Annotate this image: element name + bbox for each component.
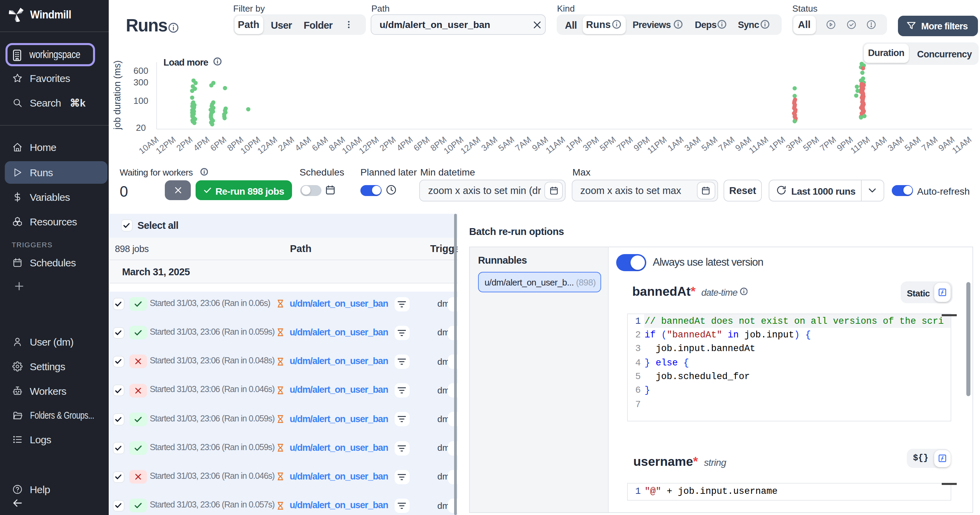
svg-text:2PM: 2PM <box>174 135 194 153</box>
svg-text:12PM: 12PM <box>154 135 177 156</box>
svg-text:7PM: 7PM <box>818 135 838 153</box>
svg-text:1AM: 1AM <box>666 135 686 153</box>
svg-text:2PM: 2PM <box>378 135 398 153</box>
svg-text:1PM: 1PM <box>767 135 787 153</box>
svg-text:11AM: 11AM <box>950 135 973 155</box>
svg-text:3PM: 3PM <box>784 135 804 153</box>
svg-text:12AM: 12AM <box>255 135 279 156</box>
svg-text:2AM: 2AM <box>276 135 296 153</box>
svg-text:5PM: 5PM <box>598 135 617 153</box>
svg-text:100: 100 <box>134 96 148 106</box>
svg-text:6AM: 6AM <box>310 135 330 153</box>
svg-text:600: 600 <box>134 66 148 76</box>
svg-text:11AM: 11AM <box>544 135 566 155</box>
svg-text:7AM: 7AM <box>716 135 736 153</box>
svg-text:11PM: 11PM <box>645 135 668 155</box>
svg-text:1PM: 1PM <box>564 135 584 153</box>
svg-text:5AM: 5AM <box>903 135 923 153</box>
svg-text:12PM: 12PM <box>357 135 380 156</box>
svg-text:7AM: 7AM <box>513 135 533 153</box>
svg-text:3AM: 3AM <box>479 135 499 153</box>
svg-text:6PM: 6PM <box>412 135 431 153</box>
svg-text:job duration (ms): job duration (ms) <box>112 60 123 130</box>
svg-text:11AM: 11AM <box>747 135 770 155</box>
svg-text:300: 300 <box>134 77 148 87</box>
svg-text:5AM: 5AM <box>496 135 516 153</box>
svg-text:10AM: 10AM <box>137 135 161 156</box>
svg-text:3AM: 3AM <box>886 135 905 153</box>
svg-text:12AM: 12AM <box>458 135 482 156</box>
svg-text:6PM: 6PM <box>208 135 228 153</box>
svg-text:4AM: 4AM <box>293 135 313 153</box>
svg-text:20: 20 <box>136 123 146 133</box>
svg-text:7PM: 7PM <box>615 135 635 153</box>
svg-text:5AM: 5AM <box>700 135 719 153</box>
svg-text:11PM: 11PM <box>849 135 872 155</box>
svg-text:4PM: 4PM <box>191 135 211 153</box>
svg-text:5PM: 5PM <box>801 135 821 153</box>
svg-text:3PM: 3PM <box>581 135 601 153</box>
svg-text:1AM: 1AM <box>869 135 889 153</box>
svg-text:3AM: 3AM <box>682 135 702 153</box>
svg-text:7AM: 7AM <box>920 135 939 153</box>
svg-text:10AM: 10AM <box>340 135 364 156</box>
svg-text:4PM: 4PM <box>395 135 414 153</box>
